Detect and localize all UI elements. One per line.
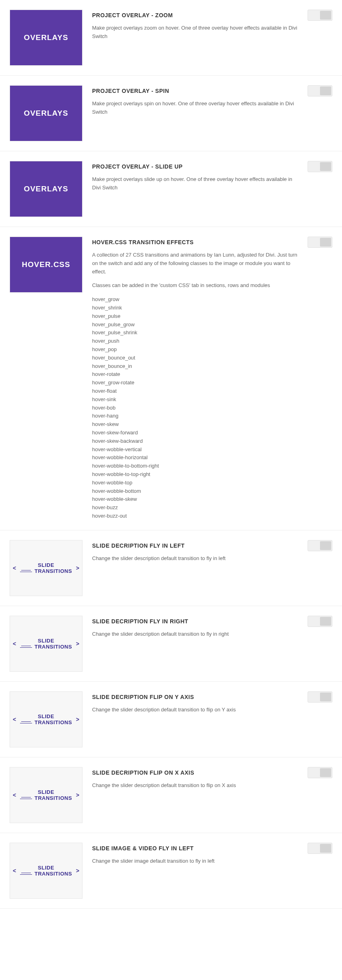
thumb-label-line2: TRANSITIONS bbox=[34, 568, 72, 574]
setting-title: HOVER.CSS TRANSITION EFFECTS bbox=[92, 239, 300, 245]
setting-description: A collection of 27 CSS transitions and a… bbox=[92, 251, 300, 520]
setting-description: Change the slider image default transiti… bbox=[92, 857, 300, 866]
setting-description: Change the slider description default tr… bbox=[92, 706, 300, 714]
class-item: hover-sink bbox=[92, 396, 300, 404]
chevron-left-icon: < bbox=[13, 641, 16, 647]
class-item: hover-rotate bbox=[92, 370, 300, 379]
toggle-knob bbox=[320, 541, 331, 550]
toggle-switch[interactable] bbox=[308, 85, 332, 96]
toggle-switch[interactable] bbox=[308, 540, 332, 551]
chevron-left-icon: < bbox=[13, 716, 16, 723]
chevron-left-icon: < bbox=[13, 868, 16, 874]
class-item: hover_grow bbox=[92, 295, 300, 304]
setting-thumbnail: HOVER.CSS bbox=[10, 237, 82, 293]
setting-row: <SLIDETRANSITIONS>SLIDE DECRIPTION FLIP … bbox=[0, 757, 342, 833]
toggle-switch[interactable] bbox=[308, 767, 332, 778]
thumb-label-line2: TRANSITIONS bbox=[34, 795, 72, 801]
thumb-label-line2: TRANSITIONS bbox=[34, 719, 72, 725]
toggle-knob bbox=[320, 844, 331, 853]
thumb-label-line1: SLIDE bbox=[38, 562, 54, 568]
class-item: hover-skew bbox=[92, 420, 300, 429]
thumb-label-line1: SLIDE bbox=[38, 713, 54, 719]
setting-thumbnail: <SLIDETRANSITIONS> bbox=[10, 540, 82, 596]
class-item: hover-buzz-out bbox=[92, 512, 300, 520]
toggle-switch[interactable] bbox=[308, 10, 332, 21]
setting-row: <SLIDETRANSITIONS>SLIDE DECRIPTION FLIP … bbox=[0, 682, 342, 757]
thumb-label-line1: SLIDE bbox=[38, 865, 54, 871]
chevron-right-icon: > bbox=[76, 792, 79, 798]
class-list: hover_growhover_shrinkhover_pulsehover_p… bbox=[92, 295, 300, 520]
setting-description: Change the slider description default tr… bbox=[92, 781, 300, 790]
thumb-label-line2: TRANSITIONS bbox=[34, 644, 72, 650]
setting-row: OVERLAYSPROJECT OVERLAY - ZOOMMake proje… bbox=[0, 0, 342, 76]
thumb-label: OVERLAYS bbox=[24, 109, 68, 118]
setting-title: SLIDE DECRIPTION FLIP ON X AXIS bbox=[92, 769, 300, 776]
chevron-right-icon: > bbox=[76, 716, 79, 723]
toggle-knob bbox=[320, 11, 331, 20]
class-item: hover-wobble-to-bottom-right bbox=[92, 462, 300, 470]
toggle-switch[interactable] bbox=[308, 237, 332, 248]
class-item: hover-wobble-to-top-right bbox=[92, 470, 300, 479]
thumb-label: OVERLAYS bbox=[24, 33, 68, 42]
class-item: hover_grow-rotate bbox=[92, 379, 300, 387]
class-item: hover_push bbox=[92, 337, 300, 345]
class-item: hover-wobble-skew bbox=[92, 495, 300, 504]
thumb-label: OVERLAYS bbox=[24, 185, 68, 193]
thumb-label-line2: TRANSITIONS bbox=[34, 871, 72, 877]
chevron-right-icon: > bbox=[76, 641, 79, 647]
thumb-label-line1: SLIDE bbox=[38, 789, 54, 795]
chevron-right-icon: > bbox=[76, 868, 79, 874]
class-item: hover-wobble-vertical bbox=[92, 446, 300, 454]
class-item: hover-wobble-top bbox=[92, 479, 300, 487]
chevron-right-icon: > bbox=[76, 565, 79, 571]
class-item: hover_shrink bbox=[92, 304, 300, 312]
setting-title: PROJECT OVERLAY - SPIN bbox=[92, 88, 300, 94]
class-item: hover-hang bbox=[92, 412, 300, 420]
setting-description: Change the slider description default tr… bbox=[92, 630, 300, 639]
toggle-switch[interactable] bbox=[308, 843, 332, 854]
toggle-knob bbox=[320, 238, 331, 247]
class-item: hover_bounce_out bbox=[92, 354, 300, 362]
setting-title: SLIDE IMAGE & VIDEO FLY IN LEFT bbox=[92, 845, 300, 851]
setting-row: OVERLAYSPROJECT OVERLAY - SLIDE UPMake p… bbox=[0, 151, 342, 227]
setting-row: <SLIDETRANSITIONS>SLIDE DECRIPTION FLY I… bbox=[0, 530, 342, 606]
class-item: hover-bob bbox=[92, 404, 300, 412]
setting-thumbnail: OVERLAYS bbox=[10, 10, 82, 66]
thumb-label-line1: SLIDE bbox=[38, 638, 54, 644]
toggle-knob bbox=[320, 617, 331, 626]
toggle-knob bbox=[320, 86, 331, 95]
setting-thumbnail: <SLIDETRANSITIONS> bbox=[10, 843, 82, 899]
toggle-switch[interactable] bbox=[308, 616, 332, 627]
class-item: hover_pulse bbox=[92, 312, 300, 321]
setting-thumbnail: OVERLAYS bbox=[10, 85, 82, 141]
setting-description: Make project overlays spin on hover. One… bbox=[92, 100, 300, 116]
class-item: hover-float bbox=[92, 387, 300, 396]
class-item: hover_bounce_in bbox=[92, 362, 300, 371]
setting-title: PROJECT OVERLAY - SLIDE UP bbox=[92, 163, 300, 170]
class-item: hover_pulse_grow bbox=[92, 321, 300, 329]
toggle-switch[interactable] bbox=[308, 161, 332, 172]
toggle-knob bbox=[320, 693, 331, 701]
toggle-switch[interactable] bbox=[308, 691, 332, 703]
class-item: hover-wobble-horizontal bbox=[92, 454, 300, 462]
setting-row: <SLIDETRANSITIONS>SLIDE IMAGE & VIDEO FL… bbox=[0, 833, 342, 909]
thumb-label: HOVER.CSS bbox=[22, 260, 70, 269]
setting-thumbnail: <SLIDETRANSITIONS> bbox=[10, 691, 82, 747]
setting-thumbnail: <SLIDETRANSITIONS> bbox=[10, 616, 82, 672]
setting-row: <SLIDETRANSITIONS>SLIDE DECRIPTION FLY I… bbox=[0, 606, 342, 682]
setting-row: HOVER.CSSHOVER.CSS TRANSITION EFFECTSA c… bbox=[0, 227, 342, 530]
setting-row: OVERLAYSPROJECT OVERLAY - SPINMake proje… bbox=[0, 76, 342, 151]
class-item: hover_pulse_shrink bbox=[92, 329, 300, 337]
chevron-left-icon: < bbox=[13, 565, 16, 571]
setting-title: SLIDE DECRIPTION FLY IN RIGHT bbox=[92, 618, 300, 625]
class-item: hover_pop bbox=[92, 345, 300, 354]
setting-title: SLIDE DECRIPTION FLY IN LEFT bbox=[92, 542, 300, 549]
class-item: hover-skew-backward bbox=[92, 437, 300, 446]
setting-thumbnail: <SLIDETRANSITIONS> bbox=[10, 767, 82, 823]
toggle-knob bbox=[320, 768, 331, 777]
class-item: hover-buzz bbox=[92, 504, 300, 512]
chevron-left-icon: < bbox=[13, 792, 16, 798]
setting-description: Change the slider description default tr… bbox=[92, 554, 300, 563]
setting-title: SLIDE DECRIPTION FLIP ON Y AXIS bbox=[92, 694, 300, 700]
setting-thumbnail: OVERLAYS bbox=[10, 161, 82, 217]
